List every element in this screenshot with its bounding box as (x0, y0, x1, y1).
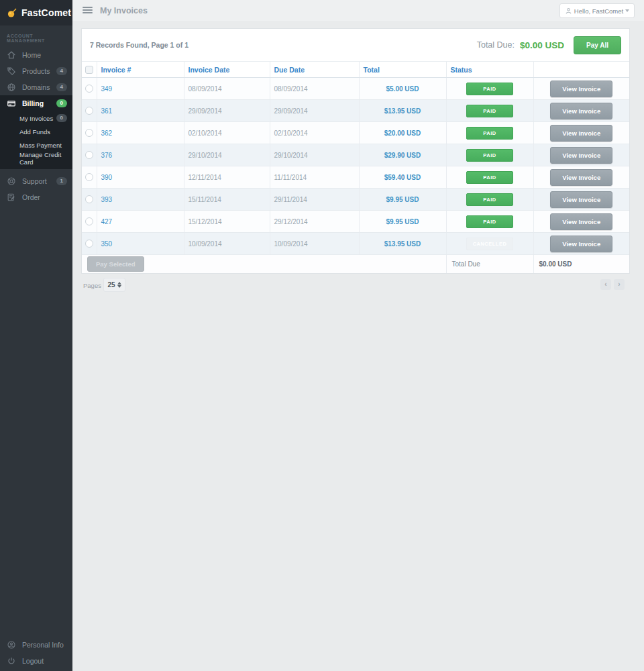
invoice-date-cell: 29/10/2014 (184, 144, 270, 166)
person-circle-icon (7, 640, 16, 650)
menu-icon[interactable] (83, 7, 93, 15)
invoice-link[interactable]: 427 (101, 218, 113, 225)
sidebar-item-domains[interactable]: Domains 4 (0, 79, 72, 95)
table-row: 350 10/09/2014 10/09/2014 $13.95 USD CAN… (82, 233, 629, 255)
table-row: 362 02/10/2014 02/10/2014 $20.00 USD PAI… (82, 122, 629, 144)
support-count-badge: 1 (56, 177, 67, 185)
sidebar-footer: Personal Info Logout (0, 637, 72, 669)
view-invoice-button[interactable]: View Invoice (550, 236, 612, 252)
status-badge: CANCELLED (466, 238, 513, 250)
invoice-date-cell: 29/09/2014 (184, 100, 270, 122)
brand-logo[interactable]: FastComet (0, 0, 72, 25)
products-count-badge: 4 (56, 67, 67, 75)
column-header-invoice-date: Invoice Date (184, 62, 270, 78)
table-row: 349 08/09/2014 08/09/2014 $5.00 USD PAID… (82, 78, 629, 100)
pagination-bar: Pages 25 ‹ › (81, 277, 630, 293)
page-title: My Invoices (100, 6, 148, 15)
sidebar-item-manage-credit-card[interactable]: Manage Credit Card (0, 152, 72, 165)
sidebar-item-home[interactable]: Home (0, 47, 72, 63)
per-page-select[interactable]: 25 (103, 278, 125, 292)
view-invoice-button[interactable]: View Invoice (550, 81, 612, 97)
sidebar-section-label: ACCOUNT MANAGEMENT (0, 25, 72, 47)
invoice-link[interactable]: 350 (101, 240, 113, 248)
total-cell: $13.95 USD (359, 100, 446, 122)
sidebar-item-mass-payment[interactable]: Mass Payment (0, 138, 72, 152)
view-invoice-button[interactable]: View Invoice (550, 213, 612, 230)
invoice-link[interactable]: 362 (101, 130, 113, 137)
table-footer-row: Pay Selected Total Due $0.00 USD (82, 255, 629, 273)
due-date-cell: 11/11/2014 (270, 166, 359, 189)
view-invoice-button[interactable]: View Invoice (550, 147, 612, 164)
total-cell: $59.40 USD (359, 166, 446, 189)
invoice-link[interactable]: 361 (101, 107, 113, 115)
sidebar-item-add-funds[interactable]: Add Funds (0, 125, 72, 138)
total-cell: $9.95 USD (359, 211, 446, 233)
home-icon (7, 50, 16, 60)
row-checkbox[interactable] (85, 85, 93, 93)
status-badge: PAID (466, 171, 513, 184)
table-row: 361 29/09/2014 29/09/2014 $13.95 USD PAI… (82, 100, 629, 122)
sidebar-item-order[interactable]: Order (0, 189, 72, 205)
prev-page-button[interactable]: ‹ (600, 279, 611, 290)
invoice-date-cell: 15/12/2014 (184, 211, 270, 233)
power-icon (7, 656, 16, 666)
sidebar-item-label: Home (22, 51, 67, 59)
due-date-cell: 02/10/2014 (270, 122, 359, 144)
pages-label: Pages (83, 282, 101, 289)
sidebar-item-my-invoices[interactable]: My Invoices 0 (0, 111, 72, 125)
user-menu-label: Hello, FastComet (572, 7, 625, 15)
due-date-cell: 10/09/2014 (270, 233, 359, 255)
invoice-link[interactable]: 349 (101, 85, 113, 93)
user-menu[interactable]: Hello, FastComet (559, 3, 635, 18)
pay-all-button[interactable]: Pay All (574, 36, 621, 54)
total-cell: $20.00 USD (359, 122, 446, 144)
invoice-link[interactable]: 393 (101, 196, 113, 203)
row-checkbox[interactable] (85, 107, 93, 115)
row-checkbox[interactable] (85, 217, 93, 225)
sidebar-item-label: Personal Info (22, 641, 67, 649)
view-invoice-button[interactable]: View Invoice (550, 125, 612, 142)
total-cell: $5.00 USD (359, 78, 446, 100)
row-checkbox[interactable] (85, 151, 93, 159)
table-row: 390 12/11/2014 11/11/2014 $59.40 USD PAI… (82, 166, 629, 189)
status-badge: PAID (466, 149, 513, 162)
select-all-checkbox[interactable] (85, 66, 93, 74)
row-checkbox[interactable] (85, 129, 93, 137)
sidebar-item-logout[interactable]: Logout (0, 653, 72, 669)
footer-total-due-label: Total Due (446, 255, 533, 273)
row-checkbox[interactable] (85, 240, 93, 248)
total-due-label: Total Due: (477, 40, 515, 50)
table-row: 393 15/11/2014 29/11/2014 $9.95 USD PAID… (82, 189, 629, 211)
sidebar-item-label: Order (22, 193, 67, 201)
sidebar-item-billing[interactable]: Billing 0 (0, 95, 72, 111)
domains-count-badge: 4 (56, 83, 67, 91)
pay-selected-button[interactable]: Pay Selected (87, 256, 144, 272)
globe-icon (7, 83, 16, 92)
total-due-value: $0.00 USD (520, 40, 564, 50)
due-date-cell: 29/12/2014 (270, 211, 359, 233)
sidebar-item-support[interactable]: Support 1 (0, 173, 72, 189)
sidebar-item-label: Support (22, 177, 56, 185)
billing-section: Billing 0 My Invoices 0 Add Funds Mass P… (0, 95, 72, 169)
invoice-date-cell: 08/09/2014 (184, 78, 270, 100)
next-page-button[interactable]: › (614, 279, 625, 290)
brand-name: FastComet (21, 7, 71, 18)
view-invoice-button[interactable]: View Invoice (550, 191, 612, 208)
view-invoice-button[interactable]: View Invoice (550, 103, 612, 119)
sidebar-item-personal-info[interactable]: Personal Info (0, 637, 72, 653)
invoice-link[interactable]: 390 (101, 174, 113, 181)
status-badge: PAID (466, 215, 513, 228)
status-badge: PAID (466, 127, 513, 140)
column-header-due-date: Due Date (270, 62, 359, 78)
sidebar-item-label: Domains (22, 83, 56, 91)
sidebar-item-products[interactable]: Products 4 (0, 63, 72, 79)
column-header-total: Total (359, 62, 446, 78)
view-invoice-button[interactable]: View Invoice (550, 169, 612, 186)
row-checkbox[interactable] (85, 173, 93, 181)
row-checkbox[interactable] (85, 195, 93, 203)
invoice-link[interactable]: 376 (101, 152, 113, 159)
table-row: 376 29/10/2014 29/10/2014 $29.90 USD PAI… (82, 144, 629, 166)
sidebar-subitem-label: Mass Payment (19, 142, 67, 149)
sidebar-nav: Home Products 4 Domains 4 (0, 47, 72, 205)
invoices-panel: 7 Records Found, Page 1 of 1 Total Due: … (81, 28, 630, 274)
